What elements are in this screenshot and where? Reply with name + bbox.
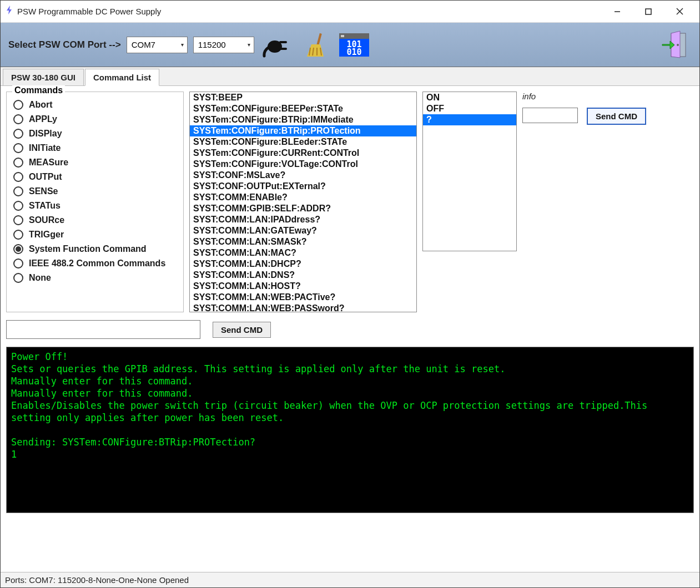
command-item[interactable]: SYST:CONF:OUTPut:EXTernal? — [190, 181, 416, 192]
radio-icon — [13, 143, 23, 153]
command-item[interactable]: SYSTem:CONFigure:BTRip:PROTection — [190, 125, 416, 136]
radio-apply[interactable]: APPLy — [13, 112, 177, 126]
tab-command-list[interactable]: Command List — [85, 69, 159, 86]
status-text: Ports: COM7: 115200-8-None-One-None Open… — [5, 575, 189, 585]
command-item[interactable]: SYST:COMM:LAN:GATEway? — [190, 225, 416, 236]
command-item[interactable]: SYST:BEEP — [190, 92, 416, 103]
command-item[interactable]: SYST:COMM:LAN:IPADdress? — [190, 214, 416, 225]
baud-rate-value: 115200 — [198, 40, 226, 49]
com-port-label: Select PSW COM Port --> — [8, 39, 121, 50]
radio-system-function-command[interactable]: System Function Command — [13, 242, 177, 256]
com-port-select[interactable]: COM7 — [127, 37, 188, 53]
radio-icon — [13, 172, 23, 182]
svg-text:010: 010 — [346, 47, 361, 57]
tab-bar: PSW 30-180 GUI Command List — [1, 67, 699, 86]
lower-send-row: Send CMD — [6, 318, 694, 341]
command-item[interactable]: SYST:COMM:LAN:WEB:PASSword? — [190, 303, 416, 312]
app-window: PSW Programmable DC Power Supply Select … — [0, 0, 700, 588]
radio-icon — [13, 244, 23, 254]
titlebar: PSW Programmable DC Power Supply — [1, 1, 699, 23]
radio-icon — [13, 129, 23, 139]
radio-measure[interactable]: MEASure — [13, 155, 177, 170]
tab-gui[interactable]: PSW 30-180 GUI — [3, 69, 84, 85]
command-item[interactable]: SYST:COMM:LAN:HOST? — [190, 281, 416, 292]
radio-abort[interactable]: Abort — [13, 98, 177, 112]
command-item[interactable]: SYSTem:CONFigure:BTRip:IMMediate — [190, 114, 416, 125]
svg-point-18 — [677, 44, 679, 46]
binary-icon[interactable]: 101 010 — [338, 28, 371, 62]
radio-label: System Function Command — [29, 244, 147, 254]
info-column: info Send CMD — [522, 92, 646, 312]
radio-icon — [13, 230, 23, 240]
svg-rect-13 — [341, 35, 344, 37]
window-title: PSW Programmable DC Power Supply — [17, 7, 161, 16]
maximize-button[interactable] — [633, 2, 664, 22]
status-bar: Ports: COM7: 115200-8-None-One-None Open… — [1, 572, 699, 587]
radio-label: DISPlay — [29, 129, 62, 139]
svg-rect-1 — [646, 9, 651, 14]
command-item[interactable]: SYST:COMM:LAN:MAC? — [190, 247, 416, 258]
broom-icon[interactable] — [299, 28, 332, 62]
close-button[interactable] — [664, 2, 695, 22]
radio-none[interactable]: None — [13, 271, 177, 285]
radio-icon — [13, 186, 23, 196]
radio-label: IEEE 488.2 Common Commands — [29, 258, 165, 268]
radio-label: STATus — [29, 201, 61, 211]
command-item[interactable]: SYST:COMM:LAN:DNS? — [190, 270, 416, 281]
radio-ieee-488-2-common-commands[interactable]: IEEE 488.2 Common Commands — [13, 256, 177, 271]
command-item[interactable]: SYST:COMM:ENABle? — [190, 192, 416, 203]
command-item[interactable]: SYST:COMM:LAN:WEB:PACTive? — [190, 292, 416, 303]
radio-display[interactable]: DISPlay — [13, 126, 177, 141]
command-item[interactable]: SYST:COMM:LAN:SMASk? — [190, 236, 416, 247]
radio-trigger[interactable]: TRIGger — [13, 227, 177, 242]
command-item[interactable]: SYST:COMM:LAN:DHCP? — [190, 258, 416, 270]
baud-rate-select[interactable]: 115200 — [193, 37, 254, 53]
option-item[interactable]: ? — [423, 114, 516, 125]
radio-label: Abort — [29, 100, 53, 110]
radio-label: OUTPut — [29, 172, 62, 182]
command-input[interactable] — [6, 320, 200, 339]
command-item[interactable]: SYSTem:CONFigure:CURRent:CONTrol — [190, 148, 416, 159]
radio-label: TRIGger — [29, 230, 64, 240]
command-item[interactable]: SYST:COMM:GPIB:SELF:ADDR? — [190, 203, 416, 214]
radio-icon — [13, 215, 23, 225]
radio-sense[interactable]: SENSe — [13, 184, 177, 199]
command-item[interactable]: SYSTem:CONFigure:VOLTage:CONTrol — [190, 159, 416, 170]
output-console[interactable]: Power Off! Sets or queries the GPIB addr… — [6, 347, 694, 513]
radio-output[interactable]: OUTPut — [13, 170, 177, 184]
plug-icon[interactable] — [260, 28, 293, 62]
send-cmd-button-upper[interactable]: Send CMD — [587, 108, 646, 125]
radio-initiate[interactable]: INITiate — [13, 141, 177, 155]
radio-status[interactable]: STATus — [13, 199, 177, 213]
main-panel: Commands AbortAPPLyDISPlayINITiateMEASur… — [1, 86, 699, 572]
info-input[interactable] — [522, 108, 578, 123]
radio-label: MEASure — [29, 158, 68, 168]
info-label: info — [522, 92, 646, 101]
svg-rect-6 — [279, 48, 287, 50]
upper-row: Commands AbortAPPLyDISPlayINITiateMEASur… — [6, 92, 694, 312]
command-item[interactable]: SYSTem:CONFigure:BLEeder:STATe — [190, 136, 416, 148]
commands-groupbox: Commands AbortAPPLyDISPlayINITiateMEASur… — [6, 92, 184, 312]
command-item[interactable]: SYST:CONF:MSLave? — [190, 170, 416, 181]
minimize-button[interactable] — [602, 2, 633, 22]
option-item[interactable]: ON — [423, 92, 516, 103]
radio-icon — [13, 201, 23, 211]
radio-icon — [13, 100, 23, 110]
command-item[interactable]: SYSTem:CONFigure:BEEPer:STATe — [190, 103, 416, 114]
exit-icon[interactable] — [658, 28, 692, 62]
radio-icon — [13, 258, 23, 268]
command-listbox[interactable]: SYST:BEEPSYSTem:CONFigure:BEEPer:STATeSY… — [189, 92, 417, 312]
radio-icon — [13, 114, 23, 124]
svg-rect-7 — [316, 33, 322, 45]
com-port-value: COM7 — [132, 40, 155, 49]
toolbar: Select PSW COM Port --> COM7 115200 — [1, 23, 699, 67]
options-listbox[interactable]: ONOFF? — [422, 92, 517, 251]
radio-source[interactable]: SOURce — [13, 213, 177, 227]
option-item[interactable]: OFF — [423, 103, 516, 114]
radio-label: SENSe — [29, 186, 58, 196]
radio-label: APPLy — [29, 114, 57, 124]
window-buttons — [602, 2, 695, 22]
send-cmd-button-lower[interactable]: Send CMD — [213, 322, 271, 338]
lightning-icon — [5, 6, 14, 17]
radio-icon — [13, 158, 23, 168]
